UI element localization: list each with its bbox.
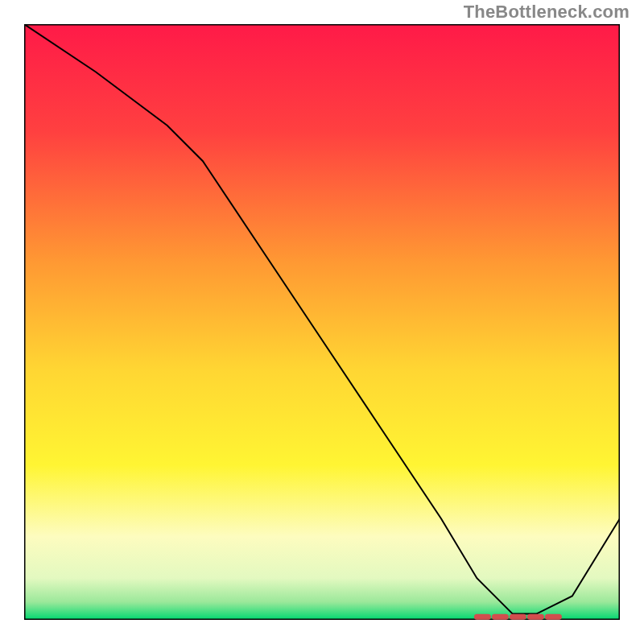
chart-svg: [24, 24, 620, 620]
chart-plot-area: [24, 24, 620, 620]
watermark-text: TheBottleneck.com: [464, 2, 630, 23]
chart-background-gradient: [24, 24, 620, 620]
